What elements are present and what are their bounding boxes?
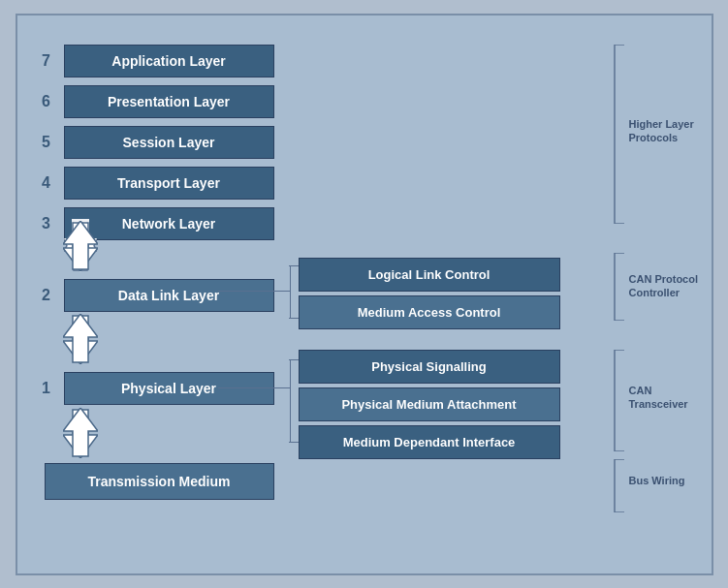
dl-connector-h [218,291,291,292]
layer-1-box: Physical Layer [64,372,274,405]
dl-connector-v [289,265,291,319]
ph-line-top [289,359,299,360]
layer-7-row: 7 Application Layer [37,45,274,77]
layer-4-box: Transport Layer [64,167,274,200]
layer-4-row: 4 Transport Layer [37,167,274,200]
logical-link-control-box: Logical Link Control [299,258,560,292]
ph-sub-layers: Physical Signalling Physical Medium Atta… [299,350,560,463]
layer-2-number: 2 [37,287,56,304]
double-arrow-bottom [63,408,98,462]
layer-7-box: Application Layer [64,45,274,77]
dl-line-top [289,265,299,266]
layer-5-row: 5 Session Layer [37,126,274,159]
ph-connector-h [218,387,291,388]
dl-sub-layers: Logical Link Control Medium Access Contr… [299,258,560,333]
layer-7-number: 7 [37,52,56,70]
can-transceiver-label: CAN Transceiver [629,384,702,412]
double-arrow-lower [63,314,98,368]
layer-2-row: 2 Data Link Layer [37,279,274,312]
upper-layers: 7 Application Layer 6 Presentation Layer… [37,45,274,244]
diagram-container: 7 Application Layer 6 Presentation Layer… [16,14,713,575]
transmission-medium-area: Transmission Medium [45,463,274,500]
layer-5-box: Session Layer [64,126,274,159]
physical-medium-attachment-box: Physical Medium Attachment [299,387,560,421]
medium-access-control-box: Medium Access Control [299,295,560,329]
medium-dependant-interface-box: Medium Dependant Interface [299,425,560,459]
ph-line-bot [289,442,299,443]
layer-2-box: Data Link Layer [64,279,274,312]
layer-2-area: 2 Data Link Layer [37,279,274,316]
layer-6-row: 6 Presentation Layer [37,85,274,118]
svg-marker-9 [63,314,98,362]
svg-marker-11 [63,408,98,456]
transmission-medium-box: Transmission Medium [45,463,274,500]
physical-signalling-box: Physical Signalling [299,350,560,384]
layer-6-box: Presentation Layer [64,85,274,118]
layer-3-number: 3 [37,215,56,232]
layer-5-number: 5 [37,134,56,151]
ph-connector-v [289,359,291,442]
layer-1-number: 1 [37,380,56,397]
bus-wiring-label: Bus Wiring [629,474,702,487]
higher-layer-protocols-label: Higher Layer Protocols [629,117,702,145]
can-protocol-controller-label: CAN Protocol Controller [629,272,702,300]
dl-line-bot [289,318,299,319]
layer-1-row: 1 Physical Layer [37,372,274,405]
svg-marker-7 [63,221,98,269]
layer-4-number: 4 [37,174,56,192]
double-arrow-upper [63,221,98,275]
layer-6-number: 6 [37,93,56,110]
layer-1-area: 1 Physical Layer [37,372,274,409]
